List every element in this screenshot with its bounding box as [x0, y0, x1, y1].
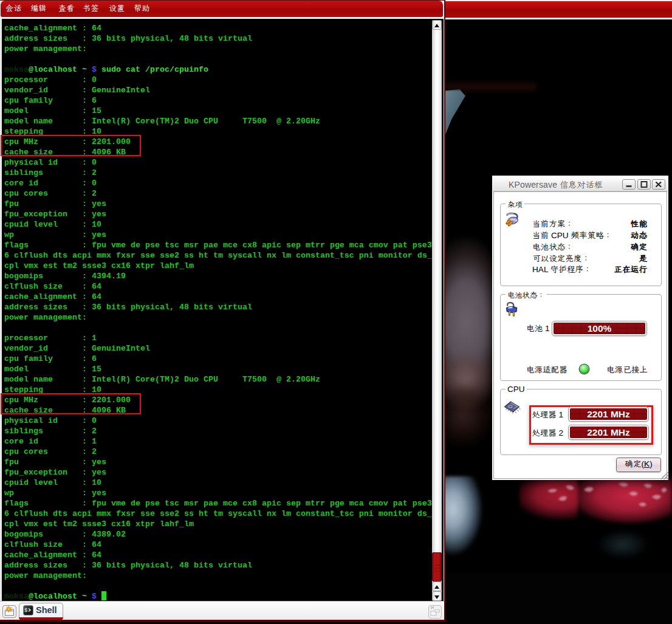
svg-text:$: $: [24, 608, 28, 614]
